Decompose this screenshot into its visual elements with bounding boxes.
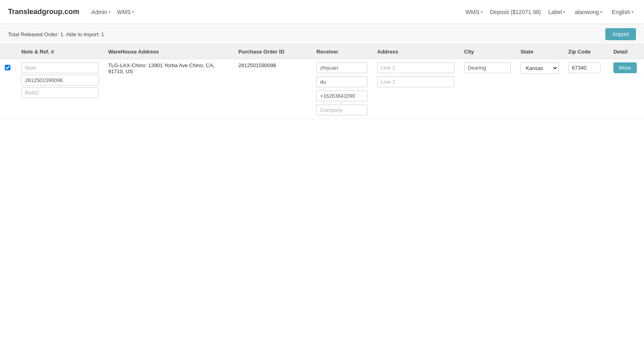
orders-table: Note & Ref. # WareHouse Address Purchase… (0, 45, 644, 119)
orders-table-container: Note & Ref. # WareHouse Address Purchase… (0, 45, 644, 119)
receiver-company-input[interactable] (316, 105, 367, 115)
note-ref-cell (17, 59, 103, 119)
status-bar: Total Released Order: 1. Able to import:… (0, 24, 644, 45)
admin-dropdown[interactable]: Admin ▾ (89, 7, 113, 17)
detail-cell: More (609, 59, 644, 119)
receiver-cell (312, 59, 372, 119)
table-header-row: Note & Ref. # WareHouse Address Purchase… (0, 45, 644, 59)
col-header-po: Purchase Order ID (233, 45, 312, 59)
ref-input[interactable] (21, 75, 99, 86)
col-header-city: City (459, 45, 516, 59)
address-line2-input[interactable] (377, 76, 454, 87)
deposit-text: Deposit ($12071.98) (490, 9, 541, 15)
navbar-left-links: Admin ▾ WMS ▾ (89, 7, 136, 17)
language-dropdown[interactable]: English ▾ (609, 7, 636, 17)
receiver-phone-input[interactable] (316, 90, 367, 101)
col-header-zipcode: Zip Code (564, 45, 609, 59)
import-button[interactable]: Import (605, 28, 636, 40)
user-dropdown[interactable]: alanwong ▾ (572, 7, 605, 17)
state-cell: AlabamaAlaskaArizonaArkansasCaliforniaCo… (516, 59, 564, 119)
navbar: Transleadgroup.com Admin ▾ WMS ▾ WMS ▾ D… (0, 0, 644, 24)
user-label: alanwong (575, 9, 599, 15)
status-text: Total Released Order: 1. Able to import:… (8, 31, 104, 37)
label-dropdown[interactable]: Label ▾ (546, 7, 568, 17)
wms-right-chevron-icon: ▾ (481, 10, 483, 14)
col-header-warehouse: WareHouse Address (103, 45, 234, 59)
wms-right-dropdown[interactable]: WMS ▾ (463, 7, 485, 17)
state-select[interactable]: AlabamaAlaskaArizonaArkansasCaliforniaCo… (520, 62, 559, 74)
language-label: English (612, 9, 630, 15)
ref2-input[interactable] (21, 87, 99, 98)
more-button[interactable]: More (613, 62, 637, 73)
navbar-right-links: WMS ▾ Deposit ($12071.98) Label ▾ alanwo… (463, 7, 636, 17)
warehouse-address-cell: TLG-LAX-Chino: 13901 Yorba Ave Chino, CA… (103, 59, 234, 119)
col-header-note: Note & Ref. # (17, 45, 103, 59)
po-id-text: 2812501590096 (238, 60, 276, 68)
note-input[interactable] (21, 62, 99, 73)
city-input[interactable] (464, 62, 511, 73)
address-cell (372, 59, 459, 119)
wms-left-dropdown[interactable]: WMS ▾ (115, 7, 136, 17)
admin-chevron-icon: ▾ (109, 10, 111, 14)
zipcode-cell (564, 59, 609, 119)
col-header-checkbox (0, 45, 17, 59)
address-line1-input[interactable] (377, 62, 454, 73)
col-header-receiver: Receiver (312, 45, 372, 59)
receiver-name-input[interactable] (316, 62, 367, 73)
col-header-detail: Detail (609, 45, 644, 59)
admin-label: Admin (91, 9, 107, 15)
col-header-address: Address (372, 45, 459, 59)
city-cell (459, 59, 516, 119)
receiver-last-input[interactable] (316, 76, 367, 87)
po-id-cell: 2812501590096 (233, 59, 312, 119)
row-checkbox[interactable] (5, 65, 10, 70)
zipcode-input[interactable] (568, 62, 601, 73)
col-header-state: State (516, 45, 564, 59)
label-label: Label (548, 9, 562, 15)
warehouse-address-text: TLG-LAX-Chino: 13901 Yorba Ave Chino, CA… (108, 60, 215, 74)
brand-logo: Transleadgroup.com (8, 8, 79, 16)
table-row: TLG-LAX-Chino: 13901 Yorba Ave Chino, CA… (0, 59, 644, 119)
label-chevron-icon: ▾ (563, 10, 565, 14)
language-chevron-icon: ▾ (632, 10, 634, 14)
wms-right-label: WMS (466, 9, 479, 15)
wms-left-label: WMS (117, 9, 131, 15)
user-chevron-icon: ▾ (600, 10, 602, 14)
wms-left-chevron-icon: ▾ (132, 10, 134, 14)
